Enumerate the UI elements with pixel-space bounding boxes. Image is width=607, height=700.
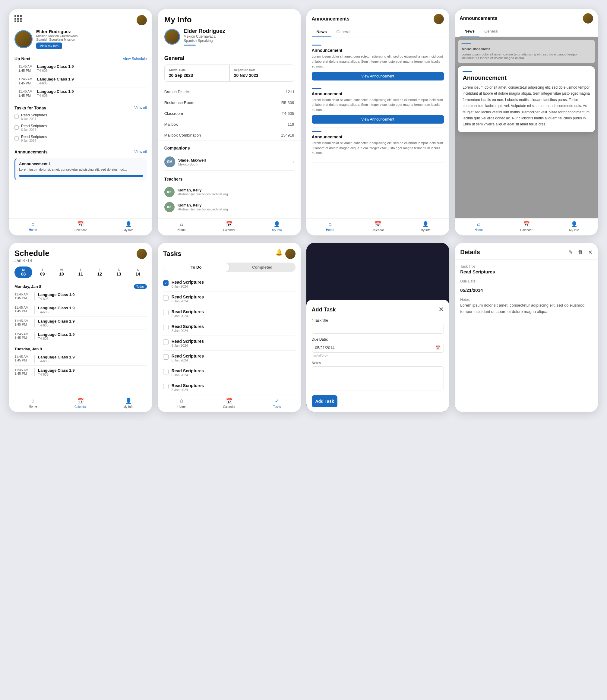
due-date-field[interactable]: 05/21/2014 📅 bbox=[312, 343, 444, 353]
notes-detail-label: Notes bbox=[460, 298, 592, 302]
myinfo-location: Mexico Cuernavaca bbox=[184, 34, 225, 39]
task-entry: ✓ Read Scriptures8 Jan 2024 bbox=[163, 277, 295, 292]
day-friday[interactable]: F12 bbox=[91, 267, 108, 278]
day-thursday[interactable]: T11 bbox=[72, 267, 89, 278]
add-task-button[interactable]: Add Task bbox=[312, 395, 338, 407]
tab-general[interactable]: General bbox=[331, 27, 355, 37]
nav-home[interactable]: ⌂Home bbox=[455, 221, 502, 232]
task-entry: Read Scriptures8 Jan 2024 bbox=[163, 336, 295, 351]
view-announcement-button[interactable]: View Announcement bbox=[312, 115, 444, 124]
task-checkbox[interactable] bbox=[163, 295, 169, 301]
notes-input[interactable] bbox=[312, 366, 444, 390]
bottom-navigation: ⌂Home 📅Calendar ✓Tasks bbox=[158, 395, 301, 412]
tasks-toggle: To Do Completed bbox=[163, 262, 295, 272]
nav-home[interactable]: ⌂ Home bbox=[9, 221, 57, 232]
close-icon[interactable]: ✕ bbox=[588, 249, 592, 256]
ann-exp-avatar[interactable] bbox=[583, 13, 593, 23]
nav-myinfo[interactable]: 👤My Info bbox=[402, 221, 449, 232]
schedule-entry: 11:45 AM1:45 PM Language Class 1.9T4-605 bbox=[15, 303, 147, 317]
classroom-row: Classroom T4-605 bbox=[158, 108, 301, 119]
avatar[interactable] bbox=[137, 15, 147, 25]
schedule-item: 11:45 AM1:45 PM Language Class 1.9 T4-60… bbox=[15, 87, 147, 100]
nav-home[interactable]: ⌂Home bbox=[306, 221, 354, 232]
nav-calendar[interactable]: 📅Calendar bbox=[205, 221, 253, 232]
modal-close-icon[interactable]: ✕ bbox=[438, 306, 444, 314]
nav-home[interactable]: ⌂Home bbox=[9, 398, 57, 408]
add-task-screen: Add Task ✕ * Task title Due Date: 05/21/… bbox=[306, 243, 449, 412]
overlay-announcement-text: Lorem ipsum dolor sit amet, consectetur … bbox=[463, 84, 590, 128]
grid-icon[interactable] bbox=[15, 15, 22, 22]
myinfo-page-title: My Info bbox=[164, 15, 294, 24]
class-name: Language Class 1.9 bbox=[37, 64, 147, 69]
view-announcement-button[interactable]: View Announcement bbox=[312, 72, 444, 81]
day-sunday[interactable]: S14 bbox=[129, 267, 147, 278]
schedule-entry: 11:45 AM1:45 PM Language Class 1.9T4-605 bbox=[15, 317, 147, 330]
task-item: Read Scriptures8 Jan 2024 bbox=[15, 122, 147, 133]
tab-news[interactable]: News bbox=[312, 27, 332, 37]
task-checkbox[interactable] bbox=[163, 325, 169, 330]
myinfo-name: Elder Rodriguez bbox=[184, 28, 225, 34]
profile-avatar bbox=[15, 30, 33, 48]
day-wednesday[interactable]: W10 bbox=[53, 267, 70, 278]
nav-calendar[interactable]: 📅Calendar bbox=[57, 398, 104, 408]
schedule-entry: 11:45 AM1:45 PM Language Class 1.9T4-605 bbox=[15, 366, 147, 379]
task-checkbox[interactable] bbox=[163, 339, 169, 345]
tasks-title: Tasks for Today bbox=[15, 106, 46, 110]
schedule-entry: 11:45 AM1:45 PM Language Class 1.9T4-605 bbox=[15, 353, 147, 366]
day-monday[interactable]: M08 bbox=[15, 267, 32, 278]
details-title: Details bbox=[460, 249, 480, 256]
bottom-navigation: ⌂ Home 📅 Calendar 👤 My Info bbox=[9, 218, 152, 235]
task-checkbox[interactable] bbox=[163, 369, 169, 375]
home-screen: Elder Rodriguez Mission Mexico Cuernavac… bbox=[9, 9, 152, 235]
nav-calendar[interactable]: 📅Calendar bbox=[503, 221, 550, 232]
todo-toggle[interactable]: To Do bbox=[163, 262, 229, 272]
tab-news[interactable]: News bbox=[460, 26, 479, 37]
announcements-avatar[interactable] bbox=[434, 14, 444, 24]
task-checkbox[interactable] bbox=[15, 114, 19, 119]
nav-calendar[interactable]: 📅Calendar bbox=[205, 398, 253, 408]
announcements-tabs: News General bbox=[306, 27, 449, 37]
view-all-tasks-link[interactable]: View all bbox=[134, 106, 147, 110]
task-checkbox[interactable]: ✓ bbox=[163, 280, 169, 286]
nav-myinfo[interactable]: 👤My Info bbox=[253, 221, 301, 232]
nav-calendar[interactable]: 📅Calendar bbox=[354, 221, 402, 232]
task-checkbox[interactable] bbox=[163, 354, 169, 360]
nav-tasks[interactable]: ✓Tasks bbox=[253, 398, 301, 408]
tasks-title: Tasks bbox=[163, 250, 182, 258]
task-item: Read Scriptures8 Jan 2024 bbox=[15, 111, 147, 122]
tasks-screen: Tasks 🔔 To Do Completed ✓ Read Scripture… bbox=[158, 243, 301, 412]
schedule-screen: Schedule Jan 8 -14 M08 T09 W10 T11 bbox=[9, 243, 152, 412]
schedule-avatar[interactable] bbox=[137, 249, 147, 259]
bottom-navigation: ⌂Home 📅Calendar 👤My Info bbox=[306, 218, 449, 235]
day-saturday[interactable]: S13 bbox=[110, 267, 128, 278]
ann-exp-title: Announcements bbox=[460, 16, 497, 21]
bottom-navigation: ⌂Home 📅Calendar 👤My Info bbox=[455, 218, 598, 235]
up-next-title: Up Next bbox=[15, 56, 30, 61]
task-checkbox[interactable] bbox=[163, 384, 169, 389]
task-checkbox[interactable] bbox=[15, 136, 19, 141]
tab-general[interactable]: General bbox=[479, 26, 503, 37]
nav-calendar[interactable]: 📅 Calendar bbox=[57, 221, 104, 232]
view-my-info-button[interactable]: View my info bbox=[36, 43, 62, 49]
nav-myinfo[interactable]: 👤My Info bbox=[105, 398, 152, 408]
bell-icon[interactable]: 🔔 bbox=[275, 249, 283, 259]
companion-item[interactable]: SM Slade, Maxwell Mexico South › bbox=[164, 153, 294, 171]
due-date-label: Due Date: bbox=[312, 337, 444, 342]
task-entry: Read Scriptures8 Jan 2024 bbox=[163, 292, 295, 306]
mailbox-row: Mailbox 119 bbox=[158, 119, 301, 130]
branch-district-row: Branch District 12-H bbox=[158, 86, 301, 98]
task-title-input[interactable] bbox=[312, 324, 444, 334]
tasks-avatar[interactable] bbox=[285, 249, 295, 259]
completed-toggle[interactable]: Completed bbox=[229, 262, 295, 272]
edit-icon[interactable]: ✎ bbox=[568, 249, 573, 256]
task-checkbox[interactable] bbox=[163, 310, 169, 315]
nav-home[interactable]: ⌂Home bbox=[158, 221, 205, 232]
delete-icon[interactable]: 🗑 bbox=[578, 249, 583, 256]
view-all-announcements-link[interactable]: View all bbox=[134, 150, 147, 154]
view-schedule-link[interactable]: View Schedule bbox=[123, 57, 147, 61]
task-checkbox[interactable] bbox=[15, 125, 19, 130]
nav-myinfo[interactable]: 👤My Info bbox=[550, 221, 598, 232]
nav-home[interactable]: ⌂Home bbox=[158, 398, 205, 408]
day-tuesday[interactable]: T09 bbox=[34, 267, 51, 278]
nav-myinfo[interactable]: 👤 My Info bbox=[105, 221, 152, 232]
